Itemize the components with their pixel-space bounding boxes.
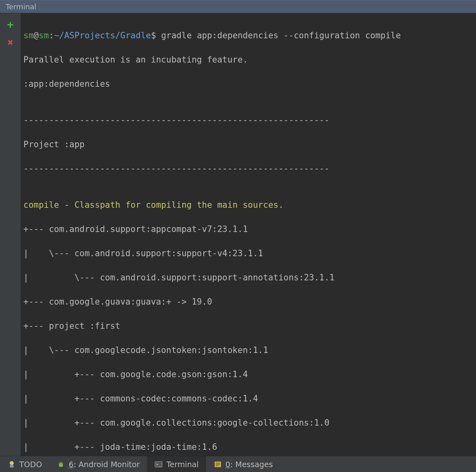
- prompt-line: sm@sm:~/ASProjects/Gradle$ gradle app:de…: [23, 29, 474, 42]
- terminal-icon: >_: [154, 460, 163, 469]
- output-line: ----------------------------------------…: [23, 163, 474, 175]
- dep-line: | \--- com.googlecode.jsontoken:jsontoke…: [23, 344, 474, 356]
- close-icon: ×: [7, 38, 13, 47]
- dep-line: +--- project :first: [23, 320, 474, 332]
- svg-point-2: [60, 463, 61, 464]
- dep-line: | +--- joda-time:joda-time:1.6: [23, 441, 474, 453]
- prompt-host: sm: [39, 31, 49, 40]
- tab-android-monitor[interactable]: 6: Android Monitor: [49, 456, 147, 472]
- tab-terminal[interactable]: >_ Terminal: [147, 456, 206, 472]
- android-icon: [56, 460, 65, 469]
- output-line: :app:dependencies: [23, 78, 474, 90]
- prompt-path: ~/ASProjects/Gradle: [54, 31, 151, 40]
- dep-line: | +--- com.google.code.gson:gson:1.4: [23, 368, 474, 380]
- output-line: ----------------------------------------…: [23, 114, 474, 126]
- dep-line: | \--- com.android.support:support-v4:23…: [23, 247, 474, 259]
- dep-line: | +--- com.google.collections:google-col…: [23, 417, 474, 429]
- svg-rect-1: [10, 465, 14, 468]
- output-line: compile - Classpath for compiling the ma…: [23, 199, 474, 211]
- prompt-at: @: [33, 31, 39, 40]
- dep-line: +--- com.google.guava:guava:+ -> 19.0: [23, 296, 474, 308]
- panel-title: Terminal: [6, 2, 36, 11]
- dep-line: | \--- com.android.support:support-annot…: [23, 272, 474, 284]
- tab-label: Terminal: [166, 460, 198, 469]
- tab-todo[interactable]: TODO: [0, 456, 49, 472]
- close-session-button[interactable]: ×: [5, 37, 16, 48]
- status-bar: TODO 6: Android Monitor >_ Terminal: [0, 456, 476, 472]
- terminal-gutter: + ×: [0, 13, 21, 456]
- prompt-user: sm: [23, 31, 33, 40]
- prompt-colon: :: [49, 31, 54, 40]
- output-line: Project :app: [23, 138, 474, 150]
- tab-messages[interactable]: 0: Messages: [206, 456, 280, 472]
- command-text: gradle app:dependencies --configuration …: [156, 31, 401, 40]
- tab-label: 0: Messages: [225, 460, 273, 469]
- dep-line: | +--- commons-codec:commons-codec:1.4: [23, 393, 474, 405]
- tab-label: TODO: [19, 460, 42, 469]
- todo-icon: [7, 460, 16, 469]
- prompt-dollar: $: [151, 31, 156, 40]
- tab-label: 6: Android Monitor: [69, 460, 140, 469]
- terminal-output[interactable]: sm@sm:~/ASProjects/Gradle$ gradle app:de…: [21, 13, 476, 456]
- config-desc: - Classpath for compiling the main sourc…: [59, 200, 284, 210]
- svg-text:>_: >_: [156, 462, 161, 466]
- dep-line: +--- com.android.support:appcompat-v7:23…: [23, 223, 474, 235]
- output-line: Parallel execution is an incubating feat…: [23, 54, 474, 66]
- svg-point-3: [62, 463, 63, 464]
- panel-header: Terminal: [0, 0, 476, 13]
- svg-point-0: [10, 461, 14, 465]
- add-session-button[interactable]: +: [5, 19, 16, 30]
- messages-icon: [213, 460, 222, 469]
- plus-icon: +: [7, 19, 14, 30]
- main-area: + × sm@sm:~/ASProjects/Gradle$ gradle ap…: [0, 13, 476, 456]
- config-name: compile: [23, 200, 59, 210]
